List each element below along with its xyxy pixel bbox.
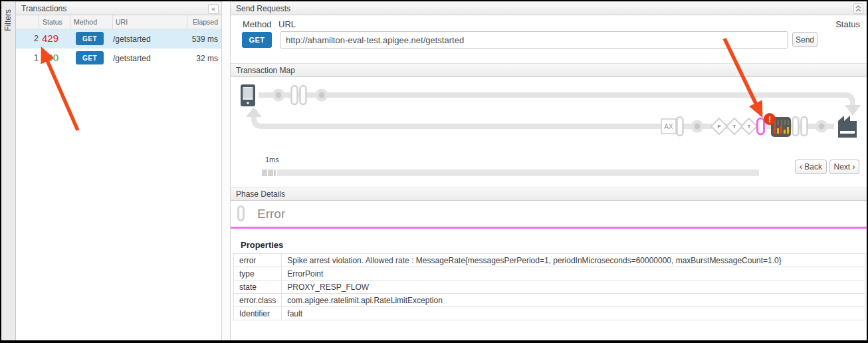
flow-capsule-step[interactable] — [292, 86, 298, 104]
client-device-icon[interactable] — [241, 84, 255, 106]
row-elapsed: 539 ms — [192, 35, 218, 44]
status-code: 200 — [42, 52, 58, 63]
method-label: Method — [243, 19, 271, 29]
request-flow-line — [259, 95, 853, 105]
property-key: type — [234, 267, 282, 281]
row-uri: /getstarted — [113, 54, 151, 63]
next-button[interactable]: Next › — [829, 160, 859, 174]
panel-splitter[interactable] — [221, 1, 231, 340]
table-row: error Spike arrest violation. Allowed ra… — [234, 254, 865, 267]
error-badge-icon: ! — [764, 113, 776, 125]
row-index: 1 — [16, 53, 39, 62]
error-badge-glyph: ! — [768, 115, 771, 124]
target-server-factory-icon[interactable] — [838, 116, 857, 138]
timeline-segment[interactable] — [268, 170, 273, 176]
response-arrowhead-icon — [246, 107, 262, 117]
property-key: error — [234, 254, 282, 267]
col-uri[interactable]: URI — [116, 18, 128, 26]
table-row: Identifier fault — [234, 307, 865, 320]
timeline-segment[interactable] — [262, 170, 267, 176]
transactions-panel: Transactions « Status Method URI Elapsed… — [16, 1, 221, 340]
table-row: error.class com.apigee.ratelimit.api.Rat… — [234, 294, 865, 307]
url-label: URL — [278, 19, 296, 29]
diamond-letter: T — [748, 124, 751, 130]
phase-details-body: Error — [231, 201, 867, 229]
row-uri: /getstarted — [113, 35, 151, 44]
flow-step-dot[interactable] — [693, 122, 702, 131]
properties-section: Properties error Spike arrest violation.… — [231, 231, 867, 340]
trace-tool-window: Filters Transactions « Status Method URI… — [0, 0, 868, 343]
transaction-map: AX F T T — [231, 77, 867, 187]
flow-step-dot[interactable] — [317, 90, 326, 100]
property-value: ErrorPoint — [282, 267, 865, 281]
status-code: 429 — [42, 33, 58, 44]
properties-title: Properties — [241, 240, 283, 250]
table-row: state PROXY_RESP_FLOW — [234, 281, 865, 294]
back-button[interactable]: ‹ Back — [795, 160, 827, 174]
timeline-duration-label: 1ms — [265, 156, 279, 164]
phase-details-title: Phase Details — [236, 189, 285, 199]
ax-step-label: AX — [664, 123, 673, 130]
row-elapsed: 32 ms — [196, 54, 218, 63]
method-badge: GET — [76, 32, 104, 45]
transaction-map-header: Transaction Map — [231, 63, 867, 77]
flow-capsule-step[interactable] — [802, 117, 808, 136]
transaction-map-title: Transaction Map — [236, 66, 295, 75]
send-requests-panel: Send Requests Method URL Status GET Send… — [231, 1, 867, 340]
transactions-title: Transactions — [21, 4, 66, 13]
property-key: Identifier — [234, 307, 282, 320]
selected-error-step-capsule[interactable] — [758, 118, 764, 134]
col-elapsed[interactable]: Elapsed — [193, 18, 218, 26]
transactions-header: Transactions « — [16, 1, 221, 15]
collapse-left-panel-icon[interactable]: « — [208, 4, 219, 14]
send-requests-title: Send Requests — [236, 4, 290, 13]
table-row: type ErrorPoint — [234, 267, 865, 281]
flow-step-dot[interactable] — [817, 122, 826, 131]
flow-capsule-step[interactable] — [300, 86, 306, 104]
timeline-segment[interactable] — [274, 170, 276, 176]
property-value: Spike arrest violation. Allowed rate : M… — [282, 254, 865, 267]
table-row[interactable]: 1 200 GET /getstarted 32 ms — [16, 49, 221, 68]
row-index: 2 — [16, 34, 39, 43]
diamond-letter: T — [733, 124, 736, 130]
phase-details-header: Phase Details — [231, 187, 867, 201]
flow-capsule-step[interactable] — [677, 117, 683, 136]
property-value: fault — [282, 307, 865, 320]
col-method[interactable]: Method — [74, 18, 97, 26]
phase-name: Error — [257, 207, 285, 221]
property-key: state — [234, 281, 282, 294]
property-value: com.apigee.ratelimit.api.RateLimitExcept… — [282, 294, 865, 307]
timeline-track[interactable] — [277, 170, 759, 176]
property-value: PROXY_RESP_FLOW — [282, 281, 865, 294]
flow-capsule-step[interactable] — [793, 117, 799, 136]
status-label: Status — [835, 19, 860, 29]
method-select-button[interactable]: GET — [242, 32, 272, 48]
properties-table: error Spike arrest violation. Allowed ra… — [233, 253, 865, 320]
phase-step-capsule-icon — [237, 205, 245, 221]
url-input[interactable] — [280, 31, 788, 49]
property-key: error.class — [234, 294, 282, 307]
diamond-letter: F — [718, 124, 721, 130]
col-status[interactable]: Status — [43, 18, 62, 26]
filters-tab-label[interactable]: Filters — [3, 9, 13, 31]
method-badge: GET — [76, 51, 104, 64]
send-requests-header: Send Requests — [231, 1, 867, 15]
flow-step-dot[interactable] — [274, 90, 283, 100]
send-button[interactable]: Send — [792, 32, 817, 47]
transactions-column-headers: Status Method URI Elapsed — [16, 15, 221, 29]
filters-strip[interactable]: Filters — [1, 1, 16, 340]
collapse-panel-up-icon[interactable] — [853, 3, 863, 14]
table-row[interactable]: 2 429 GET /getstarted 539 ms — [16, 29, 221, 49]
request-arrowhead-icon — [845, 105, 861, 116]
